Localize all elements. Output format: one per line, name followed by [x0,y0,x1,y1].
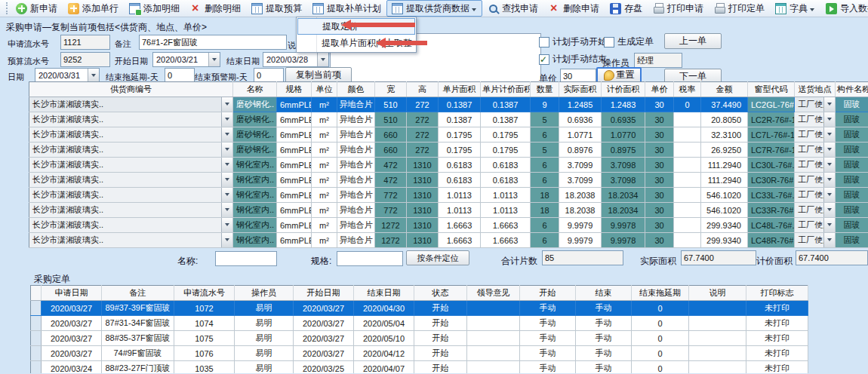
cell[interactable]: 2020/05/04 [354,316,414,331]
cell[interactable]: 472 [375,158,407,173]
cell[interactable]: 3.7098 [602,173,645,188]
end-warn-field[interactable] [254,68,284,83]
column-header[interactable]: 供货商编号 [29,82,233,97]
cell[interactable]: 1310 [407,218,439,233]
cell[interactable]: 钢化室内.. [233,218,277,233]
column-header[interactable]: 颜色 [337,82,375,97]
cell[interactable]: 88#23-27F门顶玻 [102,361,174,374]
cell[interactable]: 0.1795 [481,143,531,158]
toolbar-dictionary[interactable]: 字典 [770,0,820,17]
chevron-down-icon[interactable] [221,173,232,187]
cell[interactable]: 易明 [235,301,294,316]
column-header[interactable]: 单价 [645,82,674,97]
cell[interactable]: 手动 [520,301,576,316]
cell[interactable]: 2020/05/10 [354,331,414,346]
cell[interactable]: 30 [645,127,674,143]
cell[interactable] [674,127,701,143]
cell[interactable]: 0.6183 [481,158,531,173]
cell[interactable] [467,361,520,374]
chevron-down-icon[interactable] [221,218,232,232]
cell[interactable]: 手动 [520,346,576,361]
cell[interactable]: 1.0113 [481,203,531,218]
column-header[interactable]: 金额 [701,82,748,97]
cell[interactable]: 6mmPLE.. [277,127,312,143]
cell[interactable]: 0.8976 [559,143,602,158]
chevron-down-icon[interactable] [823,188,835,202]
chevron-down-icon[interactable] [221,97,232,112]
cell[interactable]: 2020/04/07 [354,361,414,374]
toolbar-save[interactable]: 存盘 [605,0,648,17]
checkbox-plan-manual-start[interactable]: 计划手动开始 [539,35,607,48]
cell[interactable]: m² [312,173,337,188]
cell[interactable]: 手动 [520,316,576,331]
end-delay-field[interactable] [165,68,195,83]
cell[interactable]: 6mmPLE.. [277,188,312,203]
cell[interactable]: 0.6183 [439,158,481,173]
cell[interactable]: 长沙市潇湘玻璃实.. [29,233,233,248]
cell[interactable]: 工厂使用 [795,173,836,188]
column-header[interactable]: 单片面积 [439,82,481,97]
column-header[interactable]: 说明 [689,286,746,301]
cell[interactable]: 472 [375,173,407,188]
cell[interactable]: 工厂使用 [795,97,836,112]
cell[interactable] [689,301,746,316]
cell[interactable]: 手动 [520,331,576,346]
cell[interactable]: 272 [407,112,439,127]
column-header[interactable]: 结束 [576,286,632,301]
column-header[interactable]: 税率 [674,82,701,97]
cell[interactable]: m² [312,203,337,218]
checkbox-icon[interactable] [539,54,549,65]
cell[interactable] [689,316,746,331]
cell[interactable]: LC30L-76#.. [748,158,795,173]
cell[interactable]: 开始 [414,316,467,331]
cell[interactable]: 87#31-34F窗固玻 [102,316,174,331]
cell[interactable]: m² [312,97,337,112]
cell[interactable]: 2020/03/27 [42,346,102,361]
chevron-down-icon[interactable] [823,127,835,142]
column-header[interactable]: 申请日期 [42,286,102,301]
cell[interactable]: 0.1387 [439,97,481,112]
chevron-down-icon[interactable] [317,53,328,66]
cell[interactable] [689,361,746,374]
cell[interactable]: 手动 [520,361,576,374]
cell[interactable]: 6 [531,127,559,143]
cell[interactable]: 272 [407,97,439,112]
cell[interactable]: 手动 [576,331,632,346]
cell[interactable]: 1310 [407,173,439,188]
cell[interactable]: 钢化室内.. [233,188,277,203]
cell[interactable]: 1.2483 [602,97,645,112]
column-header[interactable]: 打印标志 [746,286,808,301]
cell[interactable]: 手动 [576,301,632,316]
cell[interactable]: 6 [531,173,559,188]
cell[interactable]: 手动 [576,361,632,374]
cell[interactable]: 30 [645,203,674,218]
column-header[interactable]: 开始日期 [294,286,354,301]
cell[interactable]: 546.1020 [701,188,748,203]
cell[interactable]: 546.1020 [701,203,748,218]
cell[interactable]: 2020/03/27 [42,331,102,346]
cell[interactable]: 0 [632,301,689,316]
cell[interactable]: 固玻 [836,188,868,203]
cell[interactable]: 18 [531,188,559,203]
cell[interactable]: 660 [375,143,407,158]
cell[interactable]: 272 [407,127,439,143]
cell[interactable]: 0.6183 [439,173,481,188]
cell[interactable]: 工厂使用 [795,143,836,158]
date-picker[interactable]: 2020/03/31 [35,68,100,83]
cell[interactable]: 固玻 [836,158,868,173]
checkbox-icon[interactable] [604,37,614,48]
toolbar-add-detail[interactable]: 添加明细 [124,0,185,17]
cell[interactable]: 磨砂钢化.. [233,112,277,127]
cell[interactable]: 2020/04/30 [354,301,414,316]
cell[interactable]: m² [312,233,337,248]
column-header[interactable]: 单片计价面积 [481,82,531,97]
cell[interactable]: 0.1795 [439,127,481,143]
cell[interactable]: 32.3100 [701,127,748,143]
cell[interactable]: 1310 [407,188,439,203]
cell[interactable]: 异地合片 [337,158,375,173]
cell[interactable]: 0.1387 [481,97,531,112]
column-header[interactable]: 领导意见 [467,286,520,301]
cell[interactable]: 18.2038 [559,203,602,218]
toolbar-extract-supplement-plan[interactable]: 提取补单计划 [307,0,386,17]
cell[interactable]: 6mmPLE.. [277,233,312,248]
